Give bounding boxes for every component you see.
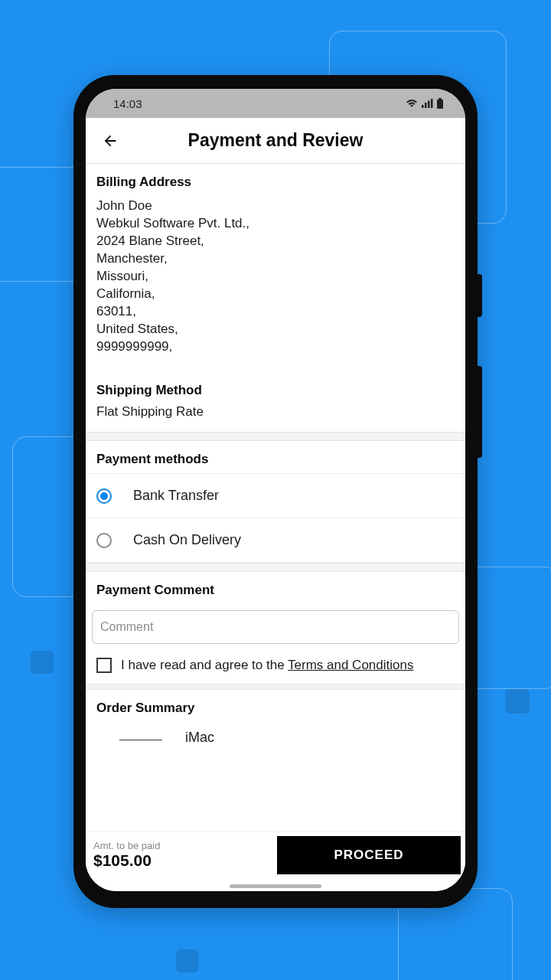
payment-comment-heading: Payment Comment: [86, 572, 465, 604]
billing-heading: Billing Address: [86, 164, 465, 196]
payment-option-label: Cash On Delivery: [133, 532, 241, 548]
terms-checkbox[interactable]: [96, 658, 112, 673]
svg-rect-4: [439, 98, 442, 100]
shipping-heading: Shipping Method: [86, 369, 465, 404]
terms-link[interactable]: Terms and Conditions: [288, 658, 413, 672]
billing-address: John Doe Webkul Software Pvt. Ltd., 2024…: [86, 196, 465, 369]
nav-handle[interactable]: [230, 884, 321, 888]
battery-icon: [436, 98, 444, 109]
order-summary-heading: Order Summary: [86, 690, 465, 722]
terms-text: I have read and agree to the Terms and C…: [121, 658, 413, 673]
checkout-footer: Amt. to be paid $105.00 PROCEED: [86, 831, 465, 877]
section-divider: [86, 432, 465, 441]
payment-option-cod[interactable]: Cash On Delivery: [86, 518, 465, 563]
payment-option-label: Bank Transfer: [133, 488, 219, 504]
phone-frame: 14:03 Payment and Review Billi: [73, 75, 478, 908]
payment-option-bank-transfer[interactable]: Bank Transfer: [86, 474, 465, 518]
status-time: 14:03: [113, 97, 142, 110]
page-title: Payment and Review: [95, 130, 456, 151]
section-divider: [86, 684, 465, 690]
svg-rect-3: [431, 99, 433, 108]
comment-input[interactable]: [92, 610, 459, 644]
status-bar: 14:03: [86, 89, 465, 118]
svg-rect-1: [425, 103, 427, 108]
order-item-name: iMac: [185, 730, 214, 746]
radio-checked-icon: [96, 488, 112, 504]
section-divider: [86, 563, 465, 572]
svg-rect-2: [428, 101, 430, 109]
amount-label: Amt. to be paid: [93, 840, 277, 851]
order-item-row: iMac: [86, 722, 465, 746]
product-thumb-placeholder: [119, 736, 162, 740]
svg-rect-0: [422, 105, 424, 108]
wifi-icon: [406, 99, 418, 108]
amount-value: $105.00: [93, 851, 277, 870]
terms-row[interactable]: I have read and agree to the Terms and C…: [86, 653, 465, 684]
signal-icon: [421, 99, 433, 108]
proceed-button[interactable]: PROCEED: [277, 836, 461, 874]
shipping-method-value: Flat Shipping Rate: [86, 404, 465, 432]
payment-methods-heading: Payment methods: [86, 441, 465, 473]
app-screen: 14:03 Payment and Review Billi: [86, 89, 465, 891]
app-bar: Payment and Review: [86, 118, 465, 164]
content-scroll[interactable]: Billing Address John Doe Webkul Software…: [86, 164, 465, 891]
radio-unchecked-icon: [96, 533, 112, 548]
svg-rect-5: [437, 100, 443, 109]
